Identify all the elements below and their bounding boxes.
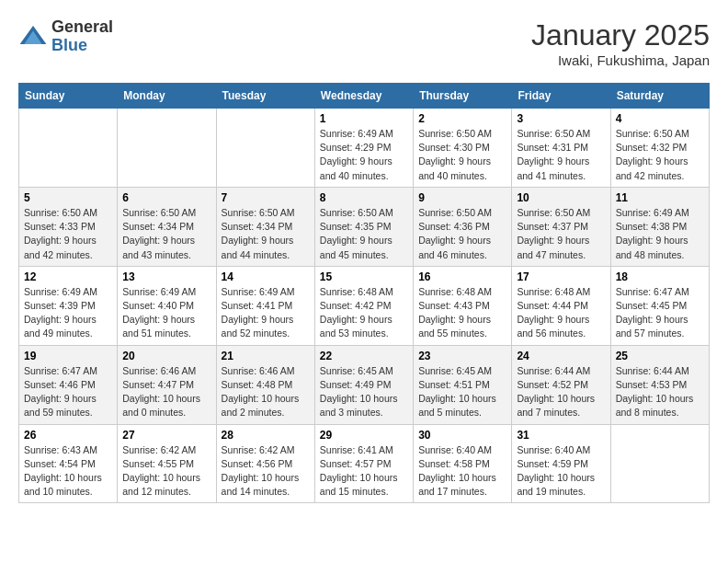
logo-text: General Blue — [51, 18, 113, 55]
day-number: 5 — [24, 191, 112, 204]
day-info: Sunrise: 6:49 AMSunset: 4:41 PMDaylight:… — [222, 285, 310, 341]
calendar-cell: 19Sunrise: 6:47 AMSunset: 4:46 PMDayligh… — [19, 345, 118, 424]
calendar-cell: 6Sunrise: 6:50 AMSunset: 4:34 PMDaylight… — [118, 187, 216, 266]
day-number: 13 — [122, 270, 210, 283]
day-info: Sunrise: 6:50 AMSunset: 4:37 PMDaylight:… — [517, 206, 605, 262]
day-info: Sunrise: 6:45 AMSunset: 4:49 PMDaylight:… — [320, 364, 408, 420]
calendar-week-2: 5Sunrise: 6:50 AMSunset: 4:33 PMDaylight… — [19, 187, 710, 266]
calendar-cell: 1Sunrise: 6:49 AMSunset: 4:29 PMDaylight… — [314, 109, 413, 188]
calendar-cell: 3Sunrise: 6:50 AMSunset: 4:31 PMDaylight… — [512, 109, 610, 188]
day-number: 15 — [320, 270, 408, 283]
day-info: Sunrise: 6:50 AMSunset: 4:31 PMDaylight:… — [517, 127, 605, 183]
day-info: Sunrise: 6:50 AMSunset: 4:30 PMDaylight:… — [418, 127, 506, 183]
calendar-cell: 17Sunrise: 6:48 AMSunset: 4:44 PMDayligh… — [512, 266, 610, 345]
day-number: 16 — [418, 270, 506, 283]
weekday-header-monday: Monday — [118, 84, 216, 109]
day-info: Sunrise: 6:50 AMSunset: 4:35 PMDaylight:… — [320, 206, 408, 262]
day-number: 22 — [320, 350, 408, 362]
month-title: January 2025 — [531, 18, 710, 52]
day-number: 14 — [222, 270, 310, 283]
calendar-cell — [610, 424, 709, 503]
calendar-cell: 29Sunrise: 6:41 AMSunset: 4:57 PMDayligh… — [314, 424, 413, 503]
calendar-cell: 20Sunrise: 6:46 AMSunset: 4:47 PMDayligh… — [118, 345, 216, 424]
day-info: Sunrise: 6:43 AMSunset: 4:54 PMDaylight:… — [24, 443, 112, 500]
weekday-header-wednesday: Wednesday — [314, 84, 413, 109]
day-info: Sunrise: 6:49 AMSunset: 4:40 PMDaylight:… — [122, 285, 210, 341]
day-info: Sunrise: 6:46 AMSunset: 4:47 PMDaylight:… — [122, 364, 210, 420]
calendar-cell: 24Sunrise: 6:44 AMSunset: 4:52 PMDayligh… — [512, 345, 610, 424]
calendar-week-1: 1Sunrise: 6:49 AMSunset: 4:29 PMDaylight… — [19, 109, 710, 188]
day-number: 3 — [517, 112, 605, 125]
day-info: Sunrise: 6:44 AMSunset: 4:53 PMDaylight:… — [616, 364, 704, 420]
logo-general-text: General — [51, 18, 113, 37]
day-number: 30 — [418, 429, 506, 442]
calendar-cell: 21Sunrise: 6:46 AMSunset: 4:48 PMDayligh… — [216, 345, 314, 424]
day-number: 6 — [122, 191, 210, 204]
day-number: 18 — [616, 270, 704, 283]
day-info: Sunrise: 6:49 AMSunset: 4:38 PMDaylight:… — [616, 206, 704, 262]
calendar-week-4: 19Sunrise: 6:47 AMSunset: 4:46 PMDayligh… — [19, 345, 710, 424]
day-info: Sunrise: 6:46 AMSunset: 4:48 PMDaylight:… — [222, 364, 310, 420]
calendar-cell: 12Sunrise: 6:49 AMSunset: 4:39 PMDayligh… — [19, 266, 118, 345]
logo: General Blue — [18, 18, 113, 55]
day-info: Sunrise: 6:50 AMSunset: 4:34 PMDaylight:… — [122, 206, 210, 262]
calendar-cell: 30Sunrise: 6:40 AMSunset: 4:58 PMDayligh… — [414, 424, 512, 503]
day-info: Sunrise: 6:44 AMSunset: 4:52 PMDaylight:… — [517, 364, 605, 420]
calendar-cell — [118, 109, 216, 188]
day-number: 31 — [517, 429, 605, 442]
weekday-header-row: SundayMondayTuesdayWednesdayThursdayFrid… — [19, 84, 710, 109]
calendar-cell: 22Sunrise: 6:45 AMSunset: 4:49 PMDayligh… — [314, 345, 413, 424]
day-info: Sunrise: 6:50 AMSunset: 4:34 PMDaylight:… — [222, 206, 310, 262]
day-info: Sunrise: 6:50 AMSunset: 4:36 PMDaylight:… — [418, 206, 506, 262]
calendar-cell: 7Sunrise: 6:50 AMSunset: 4:34 PMDaylight… — [216, 187, 314, 266]
day-number: 2 — [418, 112, 506, 125]
day-number: 10 — [517, 191, 605, 204]
calendar-cell: 18Sunrise: 6:47 AMSunset: 4:45 PMDayligh… — [610, 266, 709, 345]
day-info: Sunrise: 6:40 AMSunset: 4:58 PMDaylight:… — [418, 443, 506, 500]
calendar-cell: 13Sunrise: 6:49 AMSunset: 4:40 PMDayligh… — [118, 266, 216, 345]
day-info: Sunrise: 6:40 AMSunset: 4:59 PMDaylight:… — [517, 443, 605, 500]
calendar-cell: 11Sunrise: 6:49 AMSunset: 4:38 PMDayligh… — [610, 187, 709, 266]
day-number: 19 — [24, 350, 112, 362]
calendar-cell: 2Sunrise: 6:50 AMSunset: 4:30 PMDaylight… — [414, 109, 512, 188]
day-number: 1 — [320, 112, 408, 125]
day-info: Sunrise: 6:45 AMSunset: 4:51 PMDaylight:… — [418, 364, 506, 420]
calendar-table: SundayMondayTuesdayWednesdayThursdayFrid… — [18, 83, 710, 503]
logo-icon — [18, 22, 48, 52]
weekday-header-saturday: Saturday — [610, 84, 709, 109]
day-number: 21 — [222, 350, 310, 362]
calendar-cell: 9Sunrise: 6:50 AMSunset: 4:36 PMDaylight… — [414, 187, 512, 266]
weekday-header-tuesday: Tuesday — [216, 84, 314, 109]
logo-blue-text: Blue — [51, 37, 113, 55]
day-info: Sunrise: 6:49 AMSunset: 4:39 PMDaylight:… — [24, 285, 112, 341]
title-block: January 2025 Iwaki, Fukushima, Japan — [531, 18, 710, 68]
day-info: Sunrise: 6:50 AMSunset: 4:33 PMDaylight:… — [24, 206, 112, 262]
calendar-cell: 25Sunrise: 6:44 AMSunset: 4:53 PMDayligh… — [610, 345, 709, 424]
calendar-cell: 27Sunrise: 6:42 AMSunset: 4:55 PMDayligh… — [118, 424, 216, 503]
location-text: Iwaki, Fukushima, Japan — [531, 52, 710, 68]
calendar-cell: 4Sunrise: 6:50 AMSunset: 4:32 PMDaylight… — [610, 109, 709, 188]
day-number: 11 — [616, 191, 704, 204]
calendar-cell: 10Sunrise: 6:50 AMSunset: 4:37 PMDayligh… — [512, 187, 610, 266]
page-header: General Blue January 2025 Iwaki, Fukushi… — [18, 18, 710, 68]
calendar-cell — [19, 109, 118, 188]
day-number: 26 — [24, 429, 112, 442]
day-info: Sunrise: 6:48 AMSunset: 4:43 PMDaylight:… — [418, 285, 506, 341]
day-info: Sunrise: 6:42 AMSunset: 4:55 PMDaylight:… — [122, 443, 210, 500]
calendar-cell — [216, 109, 314, 188]
day-number: 4 — [616, 112, 704, 125]
calendar-cell: 16Sunrise: 6:48 AMSunset: 4:43 PMDayligh… — [414, 266, 512, 345]
day-info: Sunrise: 6:47 AMSunset: 4:46 PMDaylight:… — [24, 364, 112, 420]
calendar-week-3: 12Sunrise: 6:49 AMSunset: 4:39 PMDayligh… — [19, 266, 710, 345]
day-info: Sunrise: 6:48 AMSunset: 4:44 PMDaylight:… — [517, 285, 605, 341]
day-info: Sunrise: 6:47 AMSunset: 4:45 PMDaylight:… — [616, 285, 704, 341]
day-info: Sunrise: 6:50 AMSunset: 4:32 PMDaylight:… — [616, 127, 704, 183]
day-number: 12 — [24, 270, 112, 283]
calendar-cell: 15Sunrise: 6:48 AMSunset: 4:42 PMDayligh… — [314, 266, 413, 345]
weekday-header-sunday: Sunday — [19, 84, 118, 109]
day-number: 25 — [616, 350, 704, 362]
day-number: 23 — [418, 350, 506, 362]
day-number: 24 — [517, 350, 605, 362]
day-number: 8 — [320, 191, 408, 204]
calendar-cell: 8Sunrise: 6:50 AMSunset: 4:35 PMDaylight… — [314, 187, 413, 266]
